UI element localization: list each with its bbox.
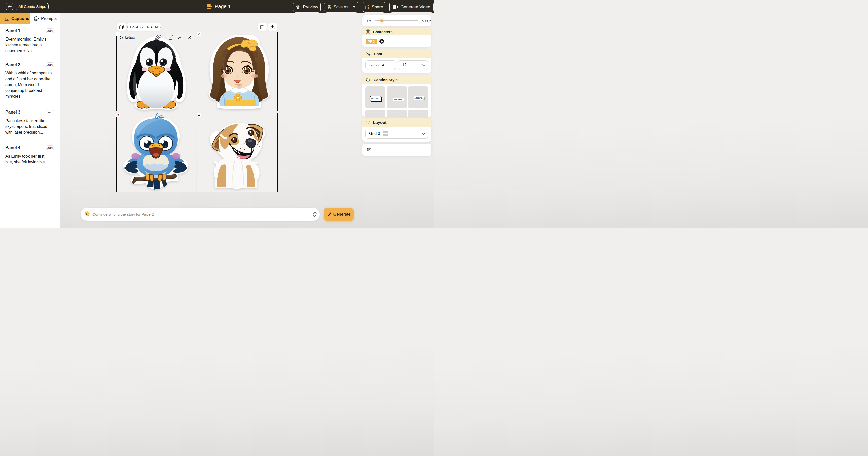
svg-text:A: A <box>367 52 371 57</box>
